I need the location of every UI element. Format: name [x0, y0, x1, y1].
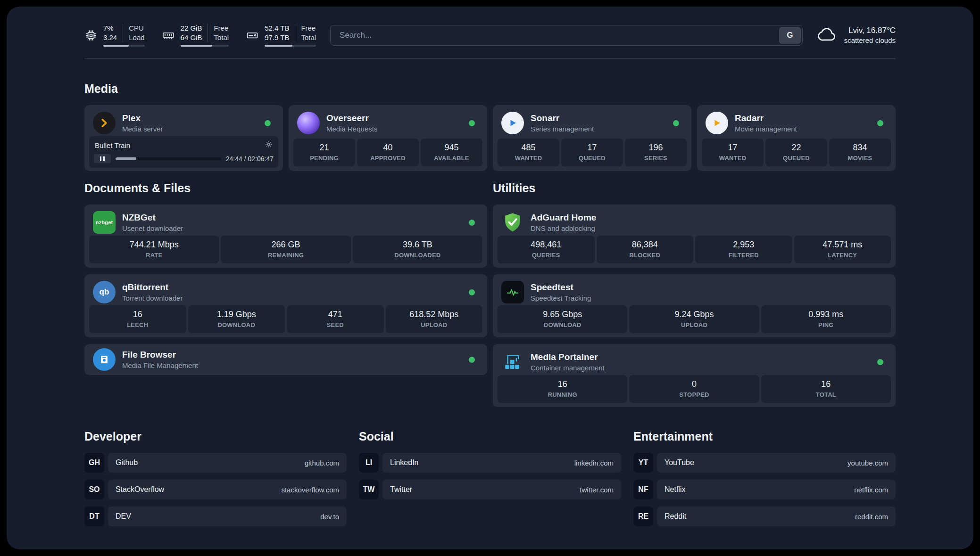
stat-rate: 744.21 Mbps RATE	[89, 236, 219, 263]
bookmark-link[interactable]: DEV dev.to	[108, 507, 347, 526]
stat-value: 16	[763, 379, 889, 389]
bookmark-link[interactable]: StackOverflow stackoverflow.com	[108, 480, 347, 499]
app-card-adguard[interactable]: AdGuard Home DNS and adblocking 498,461 …	[493, 204, 896, 268]
stat-movies: 834 MOVIES	[829, 139, 891, 166]
qbittorrent-icon: qb	[93, 281, 116, 303]
stat-value: 0	[631, 379, 757, 389]
bookmark-link[interactable]: Github github.com	[108, 453, 347, 473]
app-name: File Browser	[122, 350, 198, 360]
stat-value: 834	[831, 143, 889, 153]
bookmark-github[interactable]: GH Github github.com	[84, 453, 347, 473]
bookmark-netflix[interactable]: NF Netflix netflix.com	[633, 480, 896, 499]
stat-label: UPLOAD	[631, 321, 757, 328]
app-card-qbittorrent[interactable]: qb qBittorrent Torrent downloader 16 LEE…	[84, 274, 487, 337]
app-subtitle: Media Requests	[326, 125, 377, 133]
bookmark-linkedin[interactable]: LI LinkedIn linkedin.com	[359, 453, 621, 473]
bookmark-name: Twitter	[390, 485, 412, 494]
speedtest-pulse-icon	[501, 281, 524, 303]
search-input[interactable]	[332, 31, 779, 40]
stat-value: 266 GB	[223, 240, 349, 250]
stat-label: AVAILABLE	[423, 155, 481, 162]
status-online-dot	[877, 120, 883, 126]
stat-approved: 40 APPROVED	[357, 139, 419, 166]
stat-label: WANTED	[499, 155, 557, 162]
bookmark-link[interactable]: LinkedIn linkedin.com	[382, 453, 621, 473]
stat-upload: 9.24 Gbps UPLOAD	[629, 305, 759, 333]
disk-total-value: 97.9 TB	[265, 33, 289, 42]
stat-value: 9.24 Gbps	[631, 310, 757, 319]
app-subtitle: Container management	[531, 364, 605, 372]
header-divider	[84, 58, 896, 58]
playback-progress-bar[interactable]	[116, 157, 221, 160]
app-subtitle: Movie management	[735, 125, 797, 133]
pause-button[interactable]	[94, 154, 111, 163]
stat-label: QUEUED	[767, 155, 825, 162]
stat-label: DOWNLOAD	[499, 321, 625, 328]
app-card-overseerr[interactable]: Overseerr Media Requests 21 PENDING 40 A…	[289, 105, 487, 171]
stat-value: 2,953	[697, 240, 790, 250]
ram-total-label: Total	[214, 33, 229, 42]
nzbget-icon-text: nzbget	[96, 220, 113, 225]
bookmark-link[interactable]: YouTube youtube.com	[657, 453, 896, 473]
bookmark-youtube[interactable]: YT YouTube youtube.com	[633, 453, 896, 473]
app-card-radarr[interactable]: Radarr Movie management 17 WANTED 22 QUE…	[697, 105, 896, 171]
stat-value: 498,461	[499, 240, 593, 250]
app-card-nzbget[interactable]: nzbget NZBGet Usenet downloader 744.21 M…	[84, 204, 487, 268]
bookmark-group-developer: Developer GH Github github.com SO StackO…	[84, 430, 347, 526]
disk-metric: 52.4 TB 97.9 TB Free Total	[246, 24, 316, 47]
stat-value: 945	[423, 143, 481, 153]
bookmark-stackoverflow[interactable]: SO StackOverflow stackoverflow.com	[84, 480, 347, 499]
search-engine-button[interactable]: G	[779, 27, 801, 44]
bookmark-link[interactable]: Reddit reddit.com	[657, 507, 896, 526]
stat-queued: 22 QUEUED	[765, 139, 827, 166]
bookmark-abbr-icon: TW	[359, 480, 379, 499]
bookmark-abbr-icon: GH	[84, 453, 104, 473]
stat-leech: 16 LEECH	[89, 305, 186, 333]
weather-condition: scattered clouds	[844, 36, 896, 44]
app-name: Media Portainer	[531, 352, 605, 362]
bookmark-reddit[interactable]: RE Reddit reddit.com	[633, 507, 896, 526]
weather-widget[interactable]: Lviv, 16.87°C scattered clouds	[817, 24, 896, 47]
app-card-plex[interactable]: Plex Media server Bullet Train	[84, 105, 283, 171]
documents-section-title: Documents & Files	[84, 181, 487, 195]
app-card-sonarr[interactable]: Sonarr Series management 485 WANTED 17 Q…	[493, 105, 691, 171]
bookmark-dev[interactable]: DT DEV dev.to	[84, 507, 347, 526]
ram-icon	[162, 29, 175, 42]
bookmark-group-title: Developer	[84, 430, 347, 443]
search-bar: G	[330, 25, 803, 46]
stat-value: 16	[499, 379, 625, 389]
disk-total-label: Total	[301, 33, 316, 42]
bookmark-url: youtube.com	[847, 459, 888, 467]
stat-label: PING	[763, 321, 889, 328]
app-card-filebrowser[interactable]: File Browser Media File Management	[84, 344, 487, 375]
app-subtitle: Series management	[531, 125, 594, 133]
bookmark-twitter[interactable]: TW Twitter twitter.com	[359, 480, 621, 499]
bookmark-group-entertainment: Entertainment YT YouTube youtube.com NF …	[633, 430, 896, 526]
app-card-portainer[interactable]: Media Portainer Container management 16 …	[493, 344, 896, 407]
stat-upload: 618.52 Mbps UPLOAD	[386, 305, 483, 333]
app-subtitle: Speedtest Tracking	[531, 294, 591, 302]
bookmark-abbr-icon: SO	[84, 480, 104, 499]
ram-metric: 22 GiB 64 GiB Free Total	[162, 24, 229, 47]
stat-value: 40	[359, 143, 417, 153]
stat-running: 16 RUNNING	[498, 375, 627, 403]
stat-total: 16 TOTAL	[761, 375, 891, 403]
ram-progress-bar	[181, 45, 229, 47]
stat-label: LATENCY	[796, 252, 889, 259]
bookmark-url: dev.to	[320, 513, 339, 521]
bookmark-name: YouTube	[664, 458, 694, 467]
gear-icon[interactable]	[265, 140, 273, 150]
bookmark-link[interactable]: Netflix netflix.com	[657, 480, 896, 499]
portainer-crane-icon	[501, 351, 524, 373]
bookmark-link[interactable]: Twitter twitter.com	[382, 480, 621, 499]
stat-download: 1.19 Gbps DOWNLOAD	[188, 305, 285, 333]
app-card-speedtest[interactable]: Speedtest Speedtest Tracking 9.65 Gbps D…	[493, 274, 896, 337]
cpu-metric: 7% 3.24 CPU Load	[84, 24, 145, 47]
adguard-shield-icon	[501, 211, 524, 234]
stat-series: 196 SERIES	[625, 139, 687, 166]
bookmark-abbr-icon: DT	[84, 507, 104, 526]
app-name: AdGuard Home	[531, 213, 596, 223]
stat-label: DOWNLOAD	[190, 321, 283, 328]
stat-value: 471	[289, 310, 382, 319]
stat-pending: 21 PENDING	[293, 139, 355, 166]
